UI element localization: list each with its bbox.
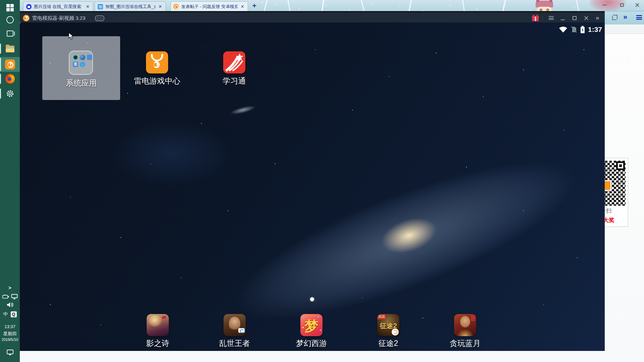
theme-cat-hat <box>536 1 553 7</box>
ldplayer-logo-icon <box>23 15 30 21</box>
firefox-icon <box>5 74 15 84</box>
files-mini-icon <box>87 55 92 60</box>
app-icon-menghuan-xiyou[interactable]: 梦 <box>300 314 323 336</box>
battery-charging-icon <box>580 26 585 34</box>
ime-language-indicator: 中 <box>3 311 8 317</box>
emulator-sidebar-toggle-icon[interactable]: » <box>596 14 599 21</box>
theme-cat-face <box>537 7 552 11</box>
theme-branch <box>263 0 268 11</box>
theme-branch <box>360 0 365 11</box>
tray-clock-weekday[interactable]: 星期四 <box>0 331 20 337</box>
screenshot-crop-icon[interactable] <box>612 15 617 19</box>
ime-q-icon: Q <box>11 311 17 317</box>
tray-volume[interactable] <box>0 301 20 308</box>
emulator-menu-icon[interactable] <box>549 16 554 20</box>
chevron-right-icon: > <box>8 285 11 291</box>
app-icon-zhengtu2[interactable]: 国战 征途2 <box>377 314 399 336</box>
browser-close-button[interactable] <box>633 1 642 9</box>
taskbar-ldplayer[interactable] <box>0 59 20 70</box>
tab-title: 图片压缩 在线_百度搜索 <box>34 4 83 10</box>
tab-close-icon[interactable]: ✕ <box>85 4 90 9</box>
dock-label: 贪玩蓝月 <box>438 338 492 349</box>
cat-eye <box>546 9 549 11</box>
action-center-icon <box>6 349 14 356</box>
tab-title: 发表帖子 - 问题反馈 安卓模拟器 <box>181 4 238 10</box>
app-label: 学习通 <box>207 76 261 86</box>
browser-tab-1[interactable]: 图片压缩 在线_百度搜索 ✕ <box>23 1 93 11</box>
guozhan-badge: 国战 <box>377 314 386 319</box>
app-icon-ld-game-center[interactable] <box>146 51 168 73</box>
cortana-button[interactable] <box>0 15 20 24</box>
theme-snow <box>262 2 263 3</box>
taskbar-file-explorer[interactable] <box>0 44 20 54</box>
settings-mini-icon <box>73 55 78 60</box>
network-display-icon[interactable] <box>11 294 18 299</box>
app-icon-xuexitong[interactable] <box>223 51 245 73</box>
no-sim-icon <box>571 26 577 33</box>
speaker-icon <box>6 302 14 308</box>
gift-icon[interactable] <box>532 15 539 21</box>
browser-menu-icon[interactable] <box>636 15 642 20</box>
wifi-icon <box>559 26 567 33</box>
tab-close-icon[interactable]: ✕ <box>240 4 245 9</box>
theme-branch <box>321 0 325 11</box>
emulator-maximize-button[interactable] <box>573 16 577 20</box>
app-label: 雷电游戏中心 <box>130 76 184 86</box>
theme-branch <box>576 0 580 11</box>
folder-label: 系统应用 <box>42 78 120 88</box>
emulator-window: 雷电模拟器-刷视频 3.23 » <box>20 11 605 351</box>
app-icon-shadowverse[interactable] <box>147 314 169 336</box>
app-icon-luanshi-wangzhe[interactable] <box>224 314 246 336</box>
bookmarks-strip <box>605 24 644 34</box>
titlebar-divider <box>542 15 543 21</box>
contacts-mini-icon <box>73 62 78 67</box>
browser-tab-3-active[interactable]: 发表帖子 - 问题反馈 安卓模拟器 ✕ <box>170 1 248 11</box>
browser-mini-icon <box>80 55 85 60</box>
new-tab-button[interactable]: + <box>250 1 259 10</box>
toolbar-more-icon[interactable]: » <box>623 13 627 21</box>
ldplayer-icon <box>174 4 179 9</box>
theme-branch <box>462 0 465 11</box>
app-icon-tanwan-lanyue[interactable] <box>454 314 476 336</box>
android-home-screen[interactable]: 1:37 ↓ 系统应用 雷电游戏中心 <box>20 22 605 351</box>
wallpaper-galaxy <box>143 79 605 351</box>
xuexitong-swoosh <box>223 51 245 73</box>
dock-label: 影之诗 <box>131 338 185 349</box>
windows-logo-icon <box>6 4 14 11</box>
system-apps-folder-icon[interactable]: ↓ <box>69 51 93 75</box>
theme-branch <box>408 0 412 11</box>
action-center-button[interactable] <box>0 348 20 357</box>
file-explorer-icon <box>6 46 14 52</box>
folder-cell-highlight[interactable]: ↓ 系统应用 <box>42 36 120 100</box>
cortana-circle-icon <box>6 16 14 23</box>
bag-handle-shape <box>151 54 163 61</box>
emulator-close-button[interactable] <box>584 16 589 20</box>
taskbar-settings[interactable] <box>0 89 20 99</box>
start-button[interactable] <box>0 3 20 13</box>
browser-minimize-button[interactable] <box>600 1 609 9</box>
browser-toolbar: » <box>605 11 644 24</box>
tray-clock-date[interactable]: 2018/5/10 <box>0 338 20 342</box>
ld-badge <box>392 328 399 335</box>
tray-clock-time[interactable]: 13:37 <box>0 324 20 329</box>
task-view-icon <box>7 31 13 37</box>
gamepad-icon[interactable] <box>95 15 104 21</box>
browser-restore-button[interactable] <box>617 1 626 9</box>
emulator-title: 雷电模拟器-刷视频 3.23 <box>32 15 85 21</box>
battery-tray-icon[interactable] <box>2 294 9 299</box>
tab-close-icon[interactable]: ✕ <box>158 4 163 9</box>
emulator-minimize-button[interactable] <box>561 19 565 20</box>
dock-label: 梦幻西游 <box>285 338 338 349</box>
wallpaper-stars <box>20 22 20 23</box>
dock-label: 征途2 <box>361 338 415 349</box>
taskbar-firefox[interactable] <box>0 74 20 84</box>
emulator-title-bar[interactable]: 雷电模拟器-刷视频 3.23 » <box>20 11 605 22</box>
tray-ime[interactable]: 中 Q <box>0 311 20 318</box>
task-view-button[interactable] <box>0 30 20 38</box>
tab-title: 智图_图片压缩在线工具_在线制 <box>105 4 155 10</box>
ldplayer-icon <box>5 59 15 69</box>
tencent-badge <box>238 328 245 333</box>
tray-expand-button[interactable]: > <box>0 285 20 291</box>
page-indicator-dot <box>310 297 314 301</box>
browser-tab-2[interactable]: 智 智图_图片压缩在线工具_在线制 ✕ <box>95 1 166 11</box>
